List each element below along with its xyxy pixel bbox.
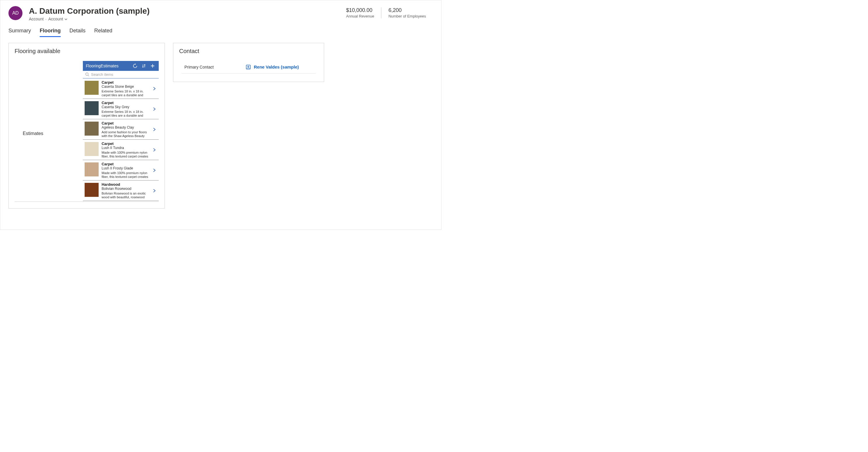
search-row — [83, 71, 159, 78]
entity-label: Account — [29, 17, 44, 21]
tab-summary[interactable]: Summary — [8, 28, 31, 37]
section-title: Flooring available — [14, 48, 159, 55]
gallery-header: FlooringEstimates — [83, 61, 159, 71]
swatch — [85, 122, 99, 136]
svg-point-0 — [86, 73, 88, 75]
item-name: Lush II Frosty Glade — [101, 166, 149, 171]
estimate-list: CarpetCaserta Stone BeigeExtreme Series … — [83, 78, 159, 201]
chevron-right-icon — [152, 107, 157, 111]
form-label: Account — [48, 17, 63, 21]
primary-contact-row: Primary Contact Rene Valdes (sample) — [182, 61, 316, 73]
chevron-right-icon — [152, 148, 157, 152]
item-category: Carpet — [101, 101, 149, 105]
list-item[interactable]: HardwoodBolivian RosewoodBolivian Rosewo… — [83, 181, 159, 201]
chevron-right-icon — [152, 168, 157, 172]
item-category: Carpet — [101, 80, 149, 85]
page-header: AD A. Datum Corporation (sample) Account… — [0, 0, 441, 21]
flooring-card: Flooring available Estimates FlooringEst… — [8, 43, 165, 208]
item-category: Hardwood — [101, 182, 149, 187]
section-title: Contact — [179, 48, 318, 55]
header-stats: $10,000.00 Annual Revenue 6,200 Number o… — [339, 7, 433, 19]
swatch — [85, 162, 99, 176]
swatch — [85, 183, 99, 197]
refresh-button[interactable] — [132, 63, 138, 69]
chevron-down-icon — [64, 18, 68, 21]
stat-employees: 6,200 Number of Employees — [381, 7, 433, 19]
estimates-label: Estimates — [14, 61, 83, 136]
chevron-right-icon — [152, 87, 157, 91]
list-item[interactable]: CarpetLush II TundraMade with 100% premi… — [83, 140, 159, 160]
svg-line-1 — [88, 75, 89, 76]
primary-contact-name: Rene Valdes (sample) — [254, 64, 299, 69]
item-text: CarpetCaserta Sky GreyExtreme Series 18 … — [101, 101, 149, 118]
list-item[interactable]: CarpetCaserta Sky GreyExtreme Series 18 … — [83, 99, 159, 119]
form-selector[interactable]: Account — [48, 17, 67, 21]
item-desc: Extreme Series 18 in. x 18 in. carpet ti… — [101, 90, 149, 97]
separator-dot: · — [45, 17, 47, 21]
list-item[interactable]: CarpetAgeless Beauty ClayAdd some fashio… — [83, 119, 159, 140]
primary-contact-label: Primary Contact — [184, 65, 246, 69]
search-input[interactable] — [91, 72, 156, 77]
item-name: Lush II Tundra — [101, 146, 149, 151]
item-category: Carpet — [101, 141, 149, 146]
tabs: Summary Flooring Details Related — [0, 21, 441, 37]
page-title: A. Datum Corporation (sample) — [29, 6, 339, 16]
primary-contact-link[interactable]: Rene Valdes (sample) — [246, 64, 299, 70]
avatar: AD — [8, 6, 23, 20]
sort-icon — [142, 64, 146, 68]
item-desc: Add some fashion to your floors with the… — [101, 130, 149, 138]
item-category: Carpet — [101, 162, 149, 166]
item-text: CarpetAgeless Beauty ClayAdd some fashio… — [101, 121, 149, 138]
list-item[interactable]: CarpetCaserta Stone BeigeExtreme Series … — [83, 78, 159, 99]
contact-card: Contact Primary Contact Rene Valdes (sam… — [173, 43, 324, 82]
item-text: CarpetLush II Frosty GladeMade with 100%… — [101, 162, 149, 179]
item-desc: Made with 100% premium nylon fiber, this… — [101, 151, 149, 158]
item-text: HardwoodBolivian RosewoodBolivian Rosewo… — [101, 182, 149, 199]
chevron-right-icon — [152, 127, 157, 131]
stat-label: Annual Revenue — [346, 14, 374, 19]
swatch — [85, 81, 99, 95]
breadcrumb: Account · Account — [29, 17, 339, 21]
item-text: CarpetLush II TundraMade with 100% premi… — [101, 141, 149, 158]
item-desc: Bolivian Rosewood is an exotic wood with… — [101, 192, 149, 199]
sort-button[interactable] — [141, 63, 147, 69]
search-icon — [85, 72, 89, 76]
gallery-title: FlooringEstimates — [86, 64, 129, 68]
item-desc: Extreme Series 18 in. x 18 in. carpet ti… — [101, 110, 149, 118]
item-name: Ageless Beauty Clay — [101, 125, 149, 130]
swatch — [85, 101, 99, 115]
item-text: CarpetCaserta Stone BeigeExtreme Series … — [101, 80, 149, 97]
stat-value: $10,000.00 — [346, 7, 374, 13]
item-name: Caserta Sky Grey — [101, 105, 149, 110]
stat-label: Number of Employees — [388, 14, 426, 19]
list-item[interactable]: CarpetLush II Frosty GladeMade with 100%… — [83, 160, 159, 181]
item-category: Carpet — [101, 121, 149, 126]
item-name: Caserta Stone Beige — [101, 85, 149, 89]
item-name: Bolivian Rosewood — [101, 187, 149, 191]
title-block: A. Datum Corporation (sample) Account · … — [29, 6, 339, 21]
chevron-right-icon — [152, 189, 157, 193]
tab-related[interactable]: Related — [94, 28, 112, 37]
svg-point-3 — [248, 66, 249, 67]
stat-value: 6,200 — [388, 7, 426, 13]
contact-icon — [246, 64, 251, 70]
refresh-icon — [133, 64, 137, 68]
add-button[interactable] — [149, 63, 156, 69]
tab-details[interactable]: Details — [69, 28, 86, 37]
item-desc: Made with 100% premium nylon fiber, this… — [101, 171, 149, 179]
tab-flooring[interactable]: Flooring — [40, 28, 61, 37]
swatch — [85, 142, 99, 156]
stat-annual-revenue: $10,000.00 Annual Revenue — [339, 7, 381, 19]
plus-icon — [150, 64, 155, 68]
content: Flooring available Estimates FlooringEst… — [0, 37, 441, 214]
divider — [14, 201, 159, 202]
estimates-gallery: FlooringEstimates CarpetCaserta Stone — [83, 61, 159, 201]
